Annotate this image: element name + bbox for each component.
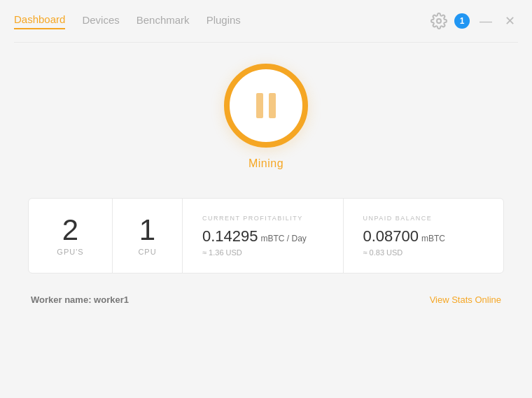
balance-value-row: 0.08700 mBTC [363,227,446,246]
profitability-header: CURRENT PROFITABILITY [202,215,303,222]
title-bar: Dashboard Devices Benchmark Plugins 1 — … [0,0,532,42]
window-controls: 1 — ✕ [430,13,518,29]
nav-tabs: Dashboard Devices Benchmark Plugins [14,13,241,29]
svg-point-0 [437,19,441,23]
profitability-value-row: 0.14295 mBTC / Day [202,227,307,246]
gpu-label: GPU'S [57,248,83,256]
worker-prefix: Worker name: [31,294,91,305]
tab-benchmark[interactable]: Benchmark [136,14,190,29]
balance-usd: ≈ 0.83 USD [363,248,403,257]
minimize-button[interactable]: — [477,13,495,29]
cpu-stat-cell: 1 CPU [113,199,183,273]
notification-badge[interactable]: 1 [454,13,470,29]
tab-plugins[interactable]: Plugins [206,14,241,29]
profitability-unit: mBTC / Day [261,234,307,243]
gear-icon[interactable] [430,13,447,29]
stats-card: 2 GPU'S 1 CPU CURRENT PROFITABILITY 0.14… [28,198,504,273]
footer: Worker name: worker1 View Stats Online [28,294,504,305]
tab-dashboard[interactable]: Dashboard [14,13,65,29]
gpu-count: 2 [62,215,78,245]
pause-icon [256,93,276,118]
profitability-stat-cell: CURRENT PROFITABILITY 0.14295 mBTC / Day… [183,199,344,273]
mining-status-label: Mining [248,157,284,170]
tab-devices[interactable]: Devices [82,14,119,29]
profitability-usd: ≈ 1.36 USD [202,248,242,257]
pause-bar-right [269,93,276,118]
pause-bar-left [256,93,263,118]
balance-unit: mBTC [421,234,445,243]
balance-value: 0.08700 [363,227,419,246]
cpu-count: 1 [139,215,155,245]
worker-name-display: Worker name: worker1 [31,294,129,305]
view-stats-link[interactable]: View Stats Online [430,294,501,305]
mining-toggle-button[interactable] [224,64,308,148]
balance-header: UNPAID BALANCE [363,215,433,222]
balance-stat-cell: UNPAID BALANCE 0.08700 mBTC ≈ 0.83 USD [344,199,504,273]
gpu-stat-cell: 2 GPU'S [29,199,113,273]
worker-name-value: worker1 [94,294,129,305]
close-button[interactable]: ✕ [502,13,518,29]
main-content: Mining 2 GPU'S 1 CPU CURRENT PROFITABILI… [0,43,532,319]
profitability-value: 0.14295 [202,227,258,246]
cpu-label: CPU [138,248,156,256]
mining-section: Mining [224,64,308,170]
